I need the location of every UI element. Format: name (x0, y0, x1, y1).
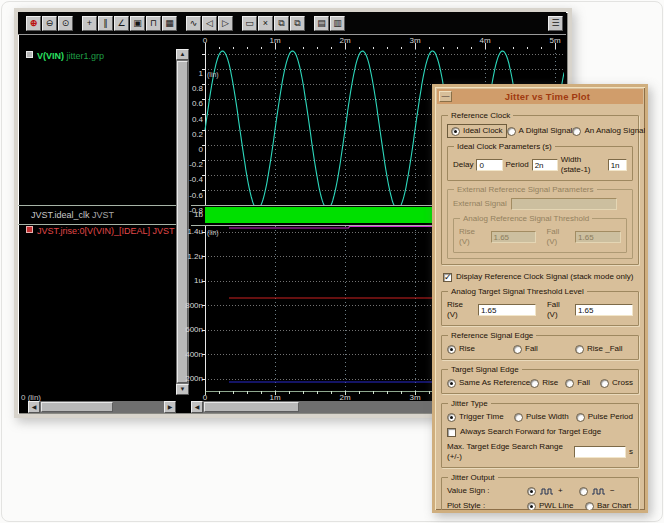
dialog-titlebar[interactable]: — Jitter vs Time Plot (437, 89, 643, 104)
radio-ref-rise[interactable]: Rise (447, 344, 513, 354)
group-label: External Reference Signal Parameters (454, 185, 597, 194)
delay-field[interactable]: 0 (476, 159, 502, 171)
hscrollbar-thumb[interactable] (41, 402, 113, 412)
grid-toggle-icon[interactable]: ▦ (162, 16, 177, 31)
checkbox-icon[interactable] (447, 428, 456, 437)
radio-ref-fall[interactable]: Fall (513, 344, 575, 354)
radio-sign-negative[interactable]: − (579, 486, 615, 496)
radio-label: PWL Line (539, 501, 573, 511)
pan-right-icon[interactable]: ▷ (218, 16, 233, 31)
period-field[interactable]: 2n (532, 159, 558, 171)
radio-ideal-clock[interactable]: Ideal Clock (447, 124, 507, 138)
zoom-area-icon[interactable]: ⊙ (58, 16, 73, 31)
jitter-dialog: — Jitter vs Time Plot Reference Clock Id… (432, 84, 648, 513)
radio-icon (447, 413, 456, 422)
scroll-down-icon[interactable]: ▼ (176, 384, 189, 395)
radio-target-cross[interactable]: Cross (600, 378, 633, 388)
radio-bar-chart[interactable]: Bar Chart (585, 501, 631, 511)
y-tick-label: 1.2u (174, 252, 203, 261)
scroll-right-icon[interactable]: ▶ (164, 401, 176, 413)
target-rise-field[interactable]: 1.65 (478, 304, 536, 316)
width-field[interactable]: 1n (608, 159, 627, 171)
scroll-up-icon[interactable]: ▲ (176, 49, 189, 60)
clk-level-label: 1b (191, 210, 203, 219)
y-tick-label: 200n (174, 374, 203, 383)
radio-pulse-period[interactable]: Pulse Period (576, 412, 633, 422)
group-label: Ideal Clock Parameters (s) (454, 142, 555, 151)
radio-target-same[interactable]: Same As Reference (447, 378, 530, 388)
pan-left-icon[interactable]: ◁ (202, 16, 217, 31)
scroll-left-icon[interactable]: ◀ (28, 401, 40, 413)
signal-panel-hscrollbar[interactable]: ◀ ▶ (28, 401, 176, 413)
y-tick-label: -0.4 (179, 175, 203, 184)
target-fall-field[interactable]: 1.65 (575, 304, 633, 316)
y-tick-label: 1u (174, 276, 203, 285)
reference-fall-field: 1.65 (575, 231, 621, 243)
signal-group: JVST (153, 226, 175, 236)
radio-target-rise[interactable]: Rise (530, 378, 565, 388)
sign-label: + (558, 486, 563, 496)
rise-label: Rise (V) (447, 300, 474, 320)
signal-group: jitter1.grp (67, 51, 105, 61)
zoom-out-icon[interactable]: ⊖ (42, 16, 57, 31)
signal-marker-icon (26, 51, 33, 58)
display-reference-checkbox-row[interactable]: Display Reference Clock Signal (stack mo… (443, 272, 639, 282)
fall-label: Fall (V) (547, 300, 571, 320)
radio-icon (513, 345, 522, 354)
toolbar-edit-group: ▭ × ⧉ ⧉ (242, 16, 305, 31)
radio-pwl-line[interactable]: PWL Line (527, 501, 585, 511)
scroll-left-icon[interactable]: ◀ (191, 401, 203, 413)
vscrollbar-thumb[interactable] (177, 61, 188, 383)
delete-icon[interactable]: × (258, 16, 273, 31)
radio-icon (530, 379, 539, 388)
radio-pulse-width[interactable]: Pulse Width (514, 412, 576, 422)
signal-marker-icon (26, 226, 33, 233)
radio-label: Same As Reference (459, 378, 530, 388)
zoom-in-icon[interactable]: ⊕ (26, 16, 41, 31)
radio-icon (507, 127, 516, 136)
signal-row-ideal-clk[interactable]: JVST.ideal_clk JVST (31, 210, 114, 220)
external-signal-label: External Signal (453, 199, 507, 209)
target-edge-group: Target Signal Edge Same As Reference Ris… (441, 369, 639, 394)
results-list-icon[interactable]: ▥ (330, 16, 345, 31)
radio-icon (527, 502, 536, 511)
reference-rise-field: 1.65 (491, 231, 537, 243)
dialog-body: Reference Clock Ideal Clock A Digital Si… (435, 104, 645, 513)
group-label: Analog Target Signal Threshold Level (448, 287, 587, 296)
radio-icon (447, 379, 456, 388)
radio-analog-signal[interactable]: An Analog Signal (572, 126, 645, 136)
scale-label: (lin) (207, 228, 219, 237)
radio-digital-signal[interactable]: A Digital Signal (507, 126, 573, 136)
radio-trigger-time[interactable]: Trigger Time (447, 412, 514, 422)
move-waveform-icon[interactable]: ⧉ (290, 16, 305, 31)
minimize-icon[interactable]: — (439, 91, 452, 102)
vertical-markers-icon[interactable]: ∥ (98, 16, 113, 31)
point-annotate-icon[interactable]: ▣ (130, 16, 145, 31)
hscrollbar-thumb[interactable] (204, 402, 299, 412)
menu-icon[interactable]: ☰ (548, 16, 563, 31)
search-range-field[interactable] (574, 446, 626, 458)
target-threshold-group: Analog Target Signal Threshold Level Ris… (441, 291, 639, 326)
radio-target-fall[interactable]: Fall (565, 378, 600, 388)
notebook-icon[interactable]: ▤ (314, 16, 329, 31)
slope-measure-icon[interactable]: ∠ (114, 16, 129, 31)
radio-sign-positive[interactable]: + (527, 486, 579, 496)
copy-waveform-icon[interactable]: ⧉ (274, 16, 289, 31)
signal-row-vvin[interactable]: V(VIN) jitter1.grp (26, 51, 104, 61)
analog-reference-threshold-group: Analog Reference Signal Threshold Rise (… (453, 218, 627, 253)
group-label: Jitter Output (448, 473, 498, 482)
crosshair-icon[interactable]: + (82, 16, 97, 31)
radio-icon (527, 487, 536, 496)
radio-ref-rise-fall[interactable]: Rise _Fall (575, 344, 623, 354)
y-tick-label: 0.4 (179, 115, 203, 124)
pulse-measure-icon[interactable]: ⊓ (146, 16, 161, 31)
search-forward-checkbox-row[interactable]: Always Search Forward for Target Edge (447, 427, 633, 437)
radio-label: Rise (459, 344, 475, 354)
smooth-wave-icon[interactable]: ∿ (186, 16, 201, 31)
signal-row-jrise[interactable]: JVST.jrise:0[V(VIN)_[IDEAL] JVST (26, 226, 175, 236)
y-tick-label: 0.6 (179, 99, 203, 108)
delay-label: Delay (453, 160, 473, 170)
radio-icon (575, 345, 584, 354)
subwindow-icon[interactable]: ▭ (242, 16, 257, 31)
checkbox-icon[interactable] (443, 273, 452, 282)
